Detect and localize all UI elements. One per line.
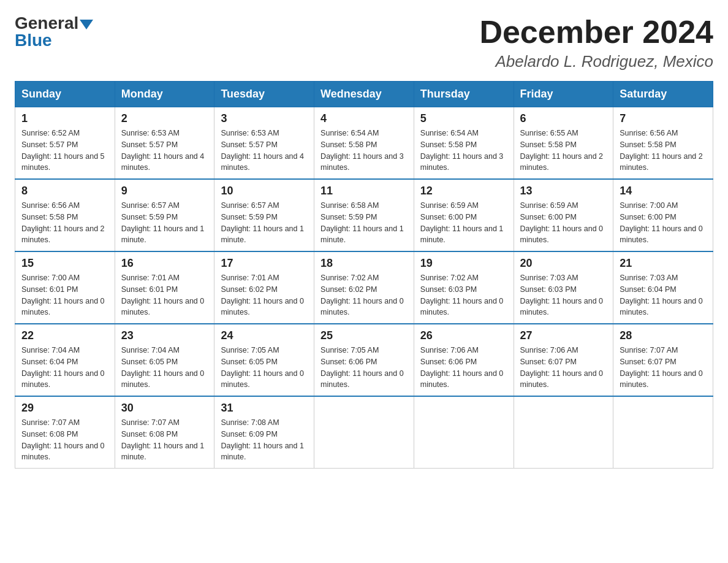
day-info: Sunrise: 6:54 AM Sunset: 5:58 PM Dayligh…: [320, 128, 408, 174]
calendar-cell: 17 Sunrise: 7:01 AM Sunset: 6:02 PM Dayl…: [214, 251, 314, 324]
day-number: 23: [121, 329, 208, 342]
calendar-cell: 4 Sunrise: 6:54 AM Sunset: 5:58 PM Dayli…: [314, 107, 414, 180]
calendar-cell: [414, 396, 514, 469]
day-info: Sunrise: 7:06 AM Sunset: 6:07 PM Dayligh…: [520, 345, 607, 391]
calendar-cell: 9 Sunrise: 6:57 AM Sunset: 5:59 PM Dayli…: [115, 179, 214, 251]
calendar-cell: 16 Sunrise: 7:01 AM Sunset: 6:01 PM Dayl…: [115, 251, 214, 324]
day-number: 7: [620, 112, 707, 125]
day-number: 9: [121, 185, 208, 197]
calendar-cell: 15 Sunrise: 7:00 AM Sunset: 6:01 PM Dayl…: [15, 251, 115, 324]
calendar-cell: 2 Sunrise: 6:53 AM Sunset: 5:57 PM Dayli…: [115, 107, 214, 180]
weekday-header-monday: Monday: [115, 82, 214, 107]
calendar-cell: [314, 396, 414, 469]
calendar-cell: 13 Sunrise: 6:59 AM Sunset: 6:00 PM Dayl…: [514, 179, 613, 251]
day-info: Sunrise: 6:54 AM Sunset: 5:58 PM Dayligh…: [420, 128, 507, 174]
day-number: 18: [320, 257, 408, 270]
day-info: Sunrise: 7:02 AM Sunset: 6:02 PM Dayligh…: [320, 272, 408, 318]
calendar-table: SundayMondayTuesdayWednesdayThursdayFrid…: [15, 81, 713, 469]
calendar-cell: 6 Sunrise: 6:55 AM Sunset: 5:58 PM Dayli…: [514, 107, 613, 180]
day-number: 19: [420, 257, 507, 270]
day-number: 29: [21, 402, 108, 415]
day-info: Sunrise: 7:02 AM Sunset: 6:03 PM Dayligh…: [420, 272, 507, 318]
day-number: 12: [420, 185, 507, 197]
day-number: 24: [221, 329, 308, 342]
weekday-header-friday: Friday: [514, 82, 613, 107]
logo-general-text: General: [15, 15, 78, 32]
day-number: 31: [221, 402, 308, 415]
day-number: 10: [221, 185, 308, 197]
page-header: General Blue December 2024 Abelardo L. R…: [15, 15, 713, 71]
calendar-cell: 27 Sunrise: 7:06 AM Sunset: 6:07 PM Dayl…: [514, 324, 613, 396]
day-info: Sunrise: 7:01 AM Sunset: 6:02 PM Dayligh…: [221, 272, 308, 318]
logo-triangle-icon: [80, 17, 93, 31]
day-number: 2: [121, 112, 208, 125]
day-info: Sunrise: 6:56 AM Sunset: 5:58 PM Dayligh…: [620, 128, 707, 174]
weekday-header-saturday: Saturday: [613, 82, 713, 107]
day-number: 13: [520, 185, 607, 197]
day-number: 5: [420, 112, 507, 125]
day-info: Sunrise: 7:07 AM Sunset: 6:08 PM Dayligh…: [21, 417, 108, 463]
day-number: 14: [620, 185, 707, 197]
day-number: 26: [420, 329, 507, 342]
calendar-week-row: 22 Sunrise: 7:04 AM Sunset: 6:04 PM Dayl…: [15, 324, 713, 396]
calendar-cell: 10 Sunrise: 6:57 AM Sunset: 5:59 PM Dayl…: [214, 179, 314, 251]
day-number: 27: [520, 329, 607, 342]
day-info: Sunrise: 6:53 AM Sunset: 5:57 PM Dayligh…: [121, 128, 208, 174]
calendar-cell: 23 Sunrise: 7:04 AM Sunset: 6:05 PM Dayl…: [115, 324, 214, 396]
day-info: Sunrise: 6:52 AM Sunset: 5:57 PM Dayligh…: [21, 128, 108, 174]
day-info: Sunrise: 7:06 AM Sunset: 6:06 PM Dayligh…: [420, 345, 507, 391]
calendar-cell: 28 Sunrise: 7:07 AM Sunset: 6:07 PM Dayl…: [613, 324, 713, 396]
day-number: 15: [21, 257, 108, 270]
day-number: 28: [620, 329, 707, 342]
day-number: 1: [21, 112, 108, 125]
location-title: Abelardo L. Rodriguez, Mexico: [479, 52, 713, 71]
day-info: Sunrise: 7:00 AM Sunset: 6:01 PM Dayligh…: [21, 272, 108, 318]
day-number: 8: [21, 185, 108, 197]
calendar-week-row: 1 Sunrise: 6:52 AM Sunset: 5:57 PM Dayli…: [15, 107, 713, 180]
calendar-cell: 26 Sunrise: 7:06 AM Sunset: 6:06 PM Dayl…: [414, 324, 514, 396]
day-info: Sunrise: 6:59 AM Sunset: 6:00 PM Dayligh…: [520, 200, 607, 246]
day-info: Sunrise: 6:56 AM Sunset: 5:58 PM Dayligh…: [21, 200, 108, 246]
calendar-cell: 22 Sunrise: 7:04 AM Sunset: 6:04 PM Dayl…: [15, 324, 115, 396]
calendar-cell: 3 Sunrise: 6:53 AM Sunset: 5:57 PM Dayli…: [214, 107, 314, 180]
day-info: Sunrise: 6:59 AM Sunset: 6:00 PM Dayligh…: [420, 200, 507, 246]
calendar-cell: 25 Sunrise: 7:05 AM Sunset: 6:06 PM Dayl…: [314, 324, 414, 396]
calendar-cell: 19 Sunrise: 7:02 AM Sunset: 6:03 PM Dayl…: [414, 251, 514, 324]
day-number: 17: [221, 257, 308, 270]
calendar-cell: [613, 396, 713, 469]
calendar-cell: 18 Sunrise: 7:02 AM Sunset: 6:02 PM Dayl…: [314, 251, 414, 324]
calendar-cell: 20 Sunrise: 7:03 AM Sunset: 6:03 PM Dayl…: [514, 251, 613, 324]
day-number: 3: [221, 112, 308, 125]
day-number: 20: [520, 257, 607, 270]
day-number: 4: [320, 112, 408, 125]
day-info: Sunrise: 6:55 AM Sunset: 5:58 PM Dayligh…: [520, 128, 607, 174]
calendar-cell: 7 Sunrise: 6:56 AM Sunset: 5:58 PM Dayli…: [613, 107, 713, 180]
calendar-week-row: 29 Sunrise: 7:07 AM Sunset: 6:08 PM Dayl…: [15, 396, 713, 469]
day-info: Sunrise: 6:57 AM Sunset: 5:59 PM Dayligh…: [121, 200, 208, 246]
day-number: 30: [121, 402, 208, 415]
calendar-cell: 5 Sunrise: 6:54 AM Sunset: 5:58 PM Dayli…: [414, 107, 514, 180]
logo-blue-text: Blue: [15, 32, 52, 49]
month-title: December 2024: [479, 15, 713, 50]
calendar-week-row: 15 Sunrise: 7:00 AM Sunset: 6:01 PM Dayl…: [15, 251, 713, 324]
day-number: 21: [620, 257, 707, 270]
day-number: 22: [21, 329, 108, 342]
weekday-header-tuesday: Tuesday: [214, 82, 314, 107]
calendar-week-row: 8 Sunrise: 6:56 AM Sunset: 5:58 PM Dayli…: [15, 179, 713, 251]
day-number: 6: [520, 112, 607, 125]
day-info: Sunrise: 7:03 AM Sunset: 6:04 PM Dayligh…: [620, 272, 707, 318]
calendar-cell: 24 Sunrise: 7:05 AM Sunset: 6:05 PM Dayl…: [214, 324, 314, 396]
weekday-header-row: SundayMondayTuesdayWednesdayThursdayFrid…: [15, 82, 713, 107]
calendar-cell: 21 Sunrise: 7:03 AM Sunset: 6:04 PM Dayl…: [613, 251, 713, 324]
day-info: Sunrise: 7:07 AM Sunset: 6:07 PM Dayligh…: [620, 345, 707, 391]
day-info: Sunrise: 7:08 AM Sunset: 6:09 PM Dayligh…: [221, 417, 308, 463]
day-info: Sunrise: 7:07 AM Sunset: 6:08 PM Dayligh…: [121, 417, 208, 463]
day-number: 16: [121, 257, 208, 270]
calendar-cell: [514, 396, 613, 469]
day-info: Sunrise: 6:58 AM Sunset: 5:59 PM Dayligh…: [320, 200, 408, 246]
day-info: Sunrise: 7:03 AM Sunset: 6:03 PM Dayligh…: [520, 272, 607, 318]
day-info: Sunrise: 7:01 AM Sunset: 6:01 PM Dayligh…: [121, 272, 208, 318]
svg-marker-0: [80, 20, 93, 29]
day-number: 11: [320, 185, 408, 197]
title-block: December 2024 Abelardo L. Rodriguez, Mex…: [479, 15, 713, 71]
